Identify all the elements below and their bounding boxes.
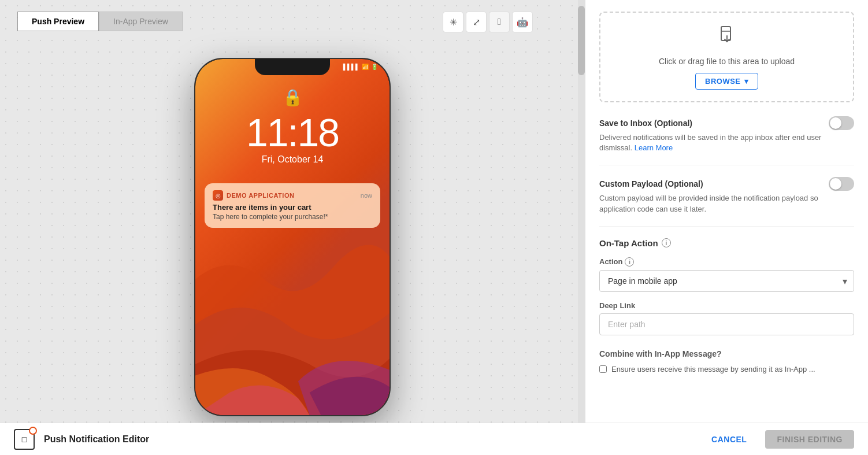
- cancel-button[interactable]: CANCEL: [700, 430, 758, 449]
- signal-icon: ▌▌▌▌: [343, 64, 359, 70]
- save-to-inbox-toggle[interactable]: [829, 116, 854, 130]
- right-panel-content: Click or drag file to this area to uploa…: [585, 0, 868, 423]
- preview-controls: ✳ ⤢  🤖: [443, 12, 533, 32]
- preview-panel: Push Preview In-App Preview ✳ ⤢  🤖: [0, 0, 585, 423]
- battery-icon: 🔋: [371, 64, 378, 70]
- notification-app-icon: ◎: [213, 190, 223, 201]
- tab-push-preview[interactable]: Push Preview: [17, 12, 99, 31]
- notification-card: ◎ DEMO APPLICATION now There are items i…: [205, 183, 380, 228]
- bottom-bar: □ Push Notification Editor CANCEL FINISH…: [0, 423, 868, 455]
- editor-badge: [29, 427, 37, 435]
- on-tap-action-section: On-Tap Action i: [599, 238, 854, 248]
- action-select-wrapper: Page in mobile app Open URL Deep Link Di…: [599, 270, 854, 292]
- combine-title: Combine with In-App Message?: [599, 349, 854, 358]
- editor-title: Push Notification Editor: [44, 434, 691, 445]
- finish-editing-button[interactable]: FINISH EDITING: [765, 430, 854, 449]
- custom-payload-toggle[interactable]: [829, 177, 854, 191]
- learn-more-link[interactable]: Learn More: [635, 143, 673, 152]
- on-tap-action-info-icon[interactable]: i: [662, 238, 671, 247]
- deep-link-field-label: Deep Link: [599, 301, 854, 310]
- custom-payload-row: Custom Payload (Optional) Custom payload…: [599, 177, 854, 226]
- browse-label: BROWSE: [705, 77, 741, 86]
- notification-app-icon-symbol: ◎: [216, 193, 221, 199]
- phone-date: Fri, October 14: [195, 154, 390, 165]
- action-select[interactable]: Page in mobile app Open URL Deep Link Di…: [599, 270, 854, 292]
- android-icon: 🤖: [517, 17, 528, 28]
- svg-rect-0: [721, 27, 730, 40]
- phone-mockup-container: ▌▌▌▌ 📶 🔋 🔒 11:18 Fri, October 14: [194, 58, 391, 416]
- save-to-inbox-description: Delivered notifications will be saved in…: [599, 132, 854, 153]
- notification-body: Tap here to complete your purchase!*: [213, 213, 372, 221]
- combine-checkbox-label: Ensure users receive this message by sen…: [611, 364, 815, 375]
- notification-time: now: [361, 192, 372, 199]
- action-field-label: Action i: [599, 257, 854, 267]
- on-tap-action-title: On-Tap Action: [599, 238, 658, 248]
- tab-inapp-preview[interactable]: In-App Preview: [99, 12, 183, 31]
- expand-icon: ⤢: [473, 17, 480, 28]
- save-to-inbox-row: Save to Inbox (Optional) Delivered notif…: [599, 116, 854, 165]
- upload-area[interactable]: Click or drag file to this area to uploa…: [599, 12, 854, 102]
- apple-platform-btn[interactable]: : [489, 12, 510, 32]
- lock-icon: 🔒: [283, 88, 303, 107]
- upload-text: Click or drag file to this area to uploa…: [612, 57, 841, 66]
- deep-link-input[interactable]: [599, 313, 854, 335]
- notification-app-name: DEMO APPLICATION: [227, 192, 294, 199]
- notification-title: There are items in your cart: [213, 203, 372, 212]
- custom-payload-description: Custom payload will be provided inside t…: [599, 193, 854, 214]
- scrollbar-thumb: [578, 6, 585, 75]
- custom-payload-header: Custom Payload (Optional): [599, 177, 854, 191]
- combine-section: Combine with In-App Message? Ensure user…: [599, 349, 854, 375]
- upload-icon: [612, 24, 841, 52]
- notification-header: ◎ DEMO APPLICATION now: [213, 190, 372, 201]
- expand-control-btn[interactable]: ⤢: [466, 12, 487, 32]
- browse-chevron-icon: ▾: [744, 77, 749, 86]
- checkbox-row: Ensure users receive this message by sen…: [599, 364, 854, 375]
- bottom-actions: CANCEL FINISH EDITING: [700, 430, 854, 449]
- action-info-icon[interactable]: i: [625, 257, 634, 267]
- phone-time: 11:18: [195, 110, 390, 155]
- notification-app-info: ◎ DEMO APPLICATION: [213, 190, 294, 201]
- status-bar-icons: ▌▌▌▌ 📶 🔋: [343, 64, 378, 70]
- editor-icon: □: [14, 429, 35, 450]
- combine-checkbox[interactable]: [599, 365, 607, 373]
- browse-button[interactable]: BROWSE ▾: [695, 73, 758, 90]
- pin-control-btn[interactable]: ✳: [443, 12, 463, 32]
- phone-notch: [255, 59, 330, 75]
- phone-mockup: ▌▌▌▌ 📶 🔋 🔒 11:18 Fri, October 14: [194, 58, 391, 416]
- preview-scrollbar[interactable]: [578, 0, 585, 423]
- save-to-inbox-label: Save to Inbox (Optional): [599, 119, 692, 128]
- android-platform-btn[interactable]: 🤖: [512, 12, 533, 32]
- lock-icon-container: 🔒: [195, 88, 390, 107]
- right-panel: Click or drag file to this area to uploa…: [585, 0, 868, 423]
- phone-screen: ▌▌▌▌ 📶 🔋 🔒 11:18 Fri, October 14: [195, 59, 390, 415]
- pin-icon: ✳: [450, 17, 457, 28]
- preview-tabs: Push Preview In-App Preview: [17, 12, 183, 31]
- apple-icon: : [498, 17, 501, 27]
- editor-icon-square: □: [22, 435, 27, 444]
- wifi-icon: 📶: [362, 64, 369, 70]
- custom-payload-label: Custom Payload (Optional): [599, 179, 703, 188]
- save-to-inbox-header: Save to Inbox (Optional): [599, 116, 854, 130]
